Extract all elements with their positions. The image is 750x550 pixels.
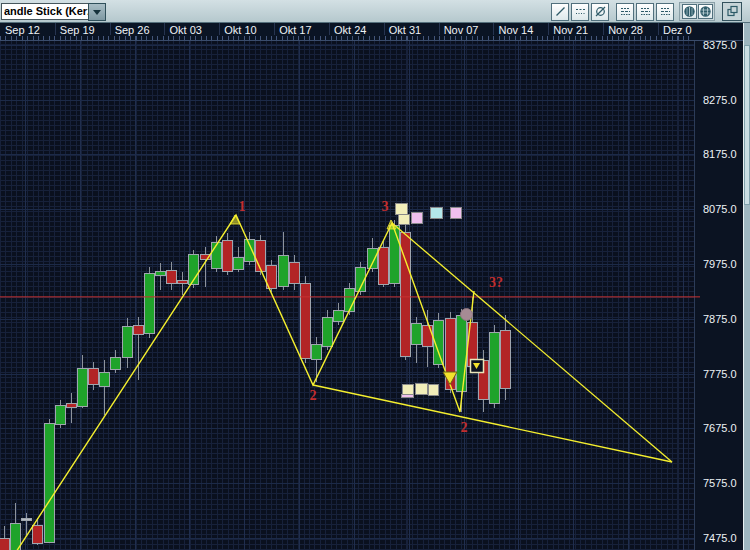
chart-area[interactable] xyxy=(0,40,694,550)
date-separator xyxy=(603,22,604,35)
price-label: 8275.0 xyxy=(703,94,737,106)
candle-down xyxy=(467,322,478,367)
drawing-toolbar xyxy=(544,2,742,21)
toolbar-group xyxy=(720,2,742,21)
candle-down xyxy=(222,240,233,272)
chart-type-value: andle Stick (Kerze xyxy=(1,3,88,20)
candle-up xyxy=(211,242,222,269)
candle-down xyxy=(300,283,311,359)
price-label: 8175.0 xyxy=(703,148,737,160)
date-label: Okt 10 xyxy=(224,24,256,36)
candle-up xyxy=(389,225,400,284)
price-label: 8075.0 xyxy=(703,203,737,215)
candle-down xyxy=(166,270,177,284)
price-gridline xyxy=(0,319,694,320)
date-label: Okt 03 xyxy=(169,24,201,36)
candle-wick xyxy=(160,263,161,290)
candle-up xyxy=(99,372,110,387)
date-label: Okt 24 xyxy=(334,24,366,36)
candle-up xyxy=(489,332,500,404)
date-label: Nov 21 xyxy=(553,24,588,36)
price-label: 7475.0 xyxy=(703,532,737,544)
date-label: Sep 12 xyxy=(5,24,40,36)
chevron-down-icon[interactable] xyxy=(88,3,106,21)
price-label: 7975.0 xyxy=(703,258,737,270)
price-gridline xyxy=(0,428,694,429)
scrollbar-thumb[interactable] xyxy=(744,45,750,205)
dashed-line-tool-button[interactable] xyxy=(571,3,589,21)
date-separator xyxy=(384,22,385,35)
candle-wick xyxy=(104,360,105,415)
candle-down xyxy=(289,262,300,284)
candle-up xyxy=(188,254,199,285)
grid-style-3-button[interactable] xyxy=(656,3,674,21)
line-tool-button[interactable] xyxy=(551,3,569,21)
candle-wick xyxy=(26,513,27,535)
week-gridline xyxy=(518,40,519,550)
candle-up xyxy=(278,255,289,287)
vertical-scrollbar[interactable] xyxy=(743,23,750,550)
grid-style-2-button[interactable] xyxy=(636,3,654,21)
week-gridline xyxy=(683,40,684,550)
date-separator xyxy=(439,22,440,35)
candle-up xyxy=(122,326,133,358)
candle-up xyxy=(77,368,88,407)
date-label: Dez 0 xyxy=(663,24,692,36)
candle-up xyxy=(155,271,166,276)
globe-icon xyxy=(683,5,696,18)
hlines-dashed-icon xyxy=(659,5,672,18)
week-gridline xyxy=(189,40,190,550)
date-label: Sep 26 xyxy=(115,24,150,36)
candle-down xyxy=(445,318,456,390)
circle-slash-icon xyxy=(594,5,607,18)
candle-down xyxy=(200,254,211,260)
candle-up xyxy=(411,323,422,345)
candle-up xyxy=(233,257,244,270)
week-gridline xyxy=(135,40,136,550)
globe-button-tray xyxy=(679,2,715,21)
price-label: 7875.0 xyxy=(703,313,737,325)
date-separator xyxy=(493,22,494,35)
candle-up xyxy=(355,267,366,292)
price-gridline xyxy=(0,264,694,265)
ellipse-tool-button[interactable] xyxy=(591,3,609,21)
diagonal-line-icon xyxy=(554,5,567,18)
grid-style-1-button[interactable] xyxy=(616,3,634,21)
price-gridline xyxy=(0,209,694,210)
candle-down xyxy=(400,232,411,357)
candle-down xyxy=(88,368,99,385)
price-gridline xyxy=(0,100,694,101)
candle-down xyxy=(255,240,266,272)
globe-2-button[interactable] xyxy=(698,4,713,19)
candle-down xyxy=(378,247,389,285)
candle-up xyxy=(110,357,121,370)
date-separator xyxy=(274,22,275,35)
candle-down xyxy=(422,325,433,347)
toolbar-group xyxy=(549,3,609,21)
date-label: Nov 07 xyxy=(444,24,479,36)
candle-down xyxy=(0,538,10,550)
trading-app-window: andle Stick (Kerze Sep 12Sep 19Sep 26Okt… xyxy=(0,0,750,550)
cascade-icon xyxy=(726,5,739,18)
price-label: 7575.0 xyxy=(703,477,737,489)
cascade-windows-button[interactable] xyxy=(722,2,742,21)
chart-type-dropdown[interactable]: andle Stick (Kerze xyxy=(1,3,106,19)
date-label: Okt 17 xyxy=(279,24,311,36)
candle-doji xyxy=(21,518,32,521)
date-separator xyxy=(219,22,220,35)
hlines-dashed-icon xyxy=(619,5,632,18)
candle-wick xyxy=(205,247,206,287)
week-gridline xyxy=(80,40,81,550)
x-axis-ticks xyxy=(0,36,694,40)
candle-up xyxy=(311,344,322,360)
candle-down xyxy=(66,403,77,408)
globe-1-button[interactable] xyxy=(682,4,697,19)
candle-down xyxy=(266,265,277,289)
week-gridline xyxy=(464,40,465,550)
top-toolbar: andle Stick (Kerze xyxy=(0,0,750,23)
candle-up xyxy=(344,288,355,312)
candle-up xyxy=(322,317,333,347)
toolbar-group xyxy=(614,3,674,21)
week-gridline xyxy=(628,40,629,550)
candle-up xyxy=(44,423,55,543)
